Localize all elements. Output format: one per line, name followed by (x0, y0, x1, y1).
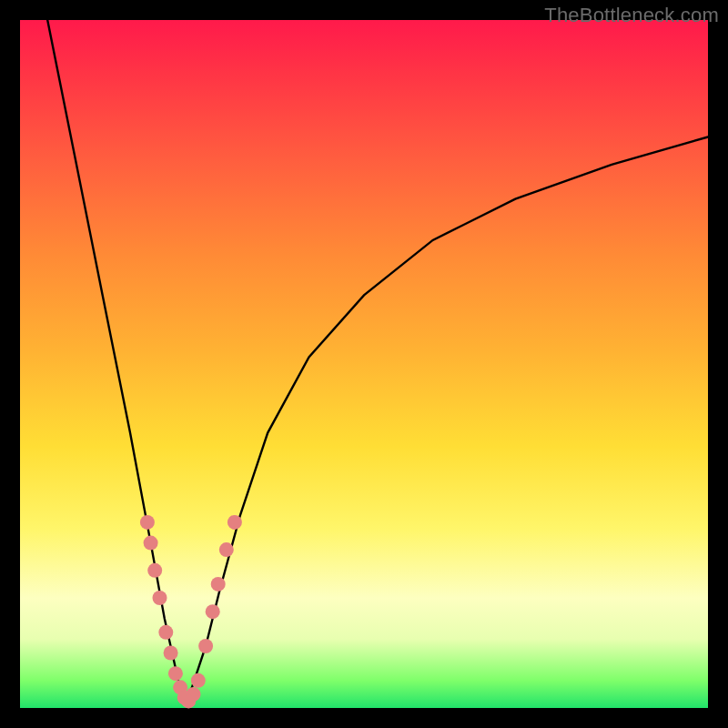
data-point (198, 639, 213, 653)
data-point (147, 563, 162, 578)
marker-group (140, 515, 242, 709)
plot-area (20, 20, 708, 708)
curve-layer (20, 20, 708, 708)
data-point (219, 542, 234, 557)
data-point (140, 515, 155, 530)
chart-frame: TheBottleneck.com (0, 0, 728, 728)
data-point (206, 604, 220, 619)
bottleneck-curve (47, 20, 708, 701)
data-point (153, 591, 167, 605)
data-point (228, 515, 242, 530)
data-point (144, 536, 158, 551)
watermark-text: TheBottleneck.com (544, 4, 719, 27)
data-point (168, 666, 183, 681)
data-point (164, 646, 178, 661)
data-point (158, 625, 173, 640)
data-point (211, 577, 226, 592)
data-point (187, 687, 201, 702)
data-point (191, 673, 206, 688)
